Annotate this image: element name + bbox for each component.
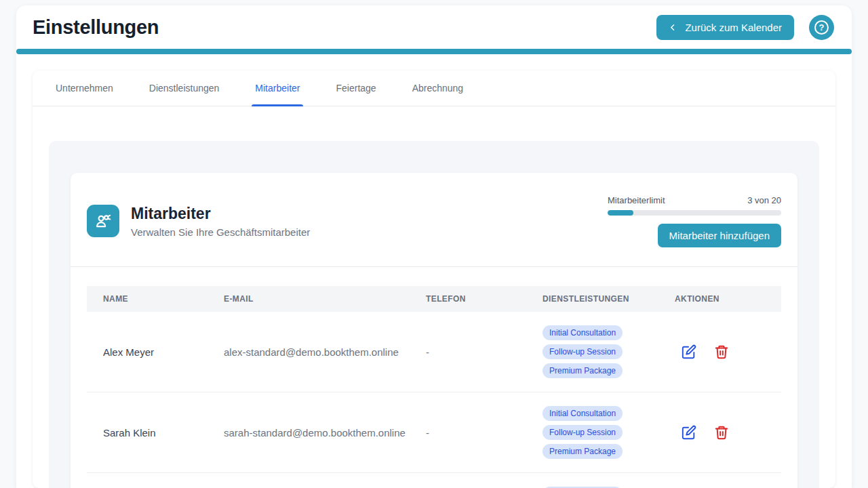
edit-icon [682, 425, 696, 440]
page-header: Einstellungen Zurück zum Kalender ? [16, 5, 852, 49]
chevron-left-icon [669, 23, 677, 32]
staff-card-title: Mitarbeiter [131, 205, 310, 223]
staff-phone: - [426, 392, 542, 473]
manage-staff-icon [87, 205, 119, 237]
service-badge: Initial Consultation [542, 406, 623, 421]
tab-unternehmen[interactable]: Unternehmen [52, 70, 117, 106]
staff-card-header: Mitarbeiter Verwalten Sie Ihre Geschäfts… [71, 173, 797, 266]
staff-card-title-group: Mitarbeiter Verwalten Sie Ihre Geschäfts… [87, 195, 310, 247]
staff-limit-progress [608, 210, 781, 216]
column-header-name: NAME [87, 286, 224, 312]
staff-limit-row: Mitarbeiterlimit 3 von 20 [608, 195, 781, 205]
staff-limit-value: 3 von 20 [747, 195, 781, 205]
staff-row-actions [675, 425, 776, 440]
service-badge: Initial Consultation [542, 325, 623, 340]
staff-limit-block: Mitarbeiterlimit 3 von 20 Mitarbeiter hi… [608, 195, 781, 247]
service-badge: Follow-up Session [542, 344, 623, 359]
edit-icon [682, 344, 696, 359]
staff-card-subtitle: Verwalten Sie Ihre Geschäftsmitarbeiter [131, 226, 310, 238]
service-badge: Premium Package [542, 444, 623, 459]
staff-panel-background: Mitarbeiter Verwalten Sie Ihre Geschäfts… [49, 141, 819, 488]
header-actions: Zurück zum Kalender ? [656, 15, 834, 40]
staff-services: Initial Consultation Follow-up Session P… [542, 406, 669, 459]
column-header-phone: TELEFON [426, 286, 542, 312]
settings-tab-bar: Unternehmen Dienstleistungen Mitarbeiter… [33, 70, 835, 106]
settings-section-card: Unternehmen Dienstleistungen Mitarbeiter… [33, 70, 835, 488]
delete-staff-button[interactable] [714, 344, 729, 359]
staff-table: NAME E-MAIL TELEFON DIENSTLEISTUNGEN AKT… [87, 286, 781, 488]
staff-table-row: Initial Consultation Follow-up Session P… [87, 473, 781, 488]
staff-services: Initial Consultation Follow-up Session P… [542, 325, 669, 378]
tab-feiertage[interactable]: Feiertage [332, 70, 379, 106]
staff-row-actions [675, 344, 776, 359]
tab-mitarbeiter[interactable]: Mitarbeiter [252, 70, 303, 106]
staff-table-row: Sarah Klein sarah-standard@demo.bookthem… [87, 392, 781, 473]
staff-card-heading: Mitarbeiter Verwalten Sie Ihre Geschäfts… [131, 205, 310, 238]
help-icon: ? [814, 20, 829, 35]
tab-abrechnung[interactable]: Abrechnung [409, 70, 467, 106]
tab-dienstleistungen[interactable]: Dienstleistungen [146, 70, 223, 106]
settings-page-card: Einstellungen Zurück zum Kalender ? Unte… [16, 5, 852, 488]
staff-phone: - [426, 312, 542, 392]
staff-email: sarah-standard@demo.bookthem.online [224, 392, 426, 473]
staff-table-header-row: NAME E-MAIL TELEFON DIENSTLEISTUNGEN AKT… [87, 286, 781, 312]
trash-icon [714, 344, 729, 359]
delete-staff-button[interactable] [714, 425, 729, 440]
staff-email [224, 473, 426, 488]
column-header-actions: AKTIONEN [675, 286, 781, 312]
service-badge: Premium Package [542, 363, 623, 378]
add-staff-button[interactable]: Mitarbeiter hinzufügen [658, 224, 781, 247]
page-title: Einstellungen [33, 16, 159, 39]
staff-limit-progress-fill [608, 210, 633, 216]
trash-icon [714, 425, 729, 440]
staff-table-wrap: NAME E-MAIL TELEFON DIENSTLEISTUNGEN AKT… [71, 267, 797, 488]
column-header-services: DIENSTLEISTUNGEN [542, 286, 675, 312]
staff-name: Alex Meyer [87, 312, 224, 392]
service-badge: Follow-up Session [542, 425, 623, 440]
back-to-calendar-label: Zurück zum Kalender [685, 22, 782, 33]
staff-card: Mitarbeiter Verwalten Sie Ihre Geschäfts… [71, 173, 797, 488]
column-header-email: E-MAIL [224, 286, 426, 312]
staff-name: Sarah Klein [87, 392, 224, 473]
accent-bar [16, 49, 852, 54]
back-to-calendar-button[interactable]: Zurück zum Kalender [656, 15, 794, 40]
edit-staff-button[interactable] [682, 344, 696, 359]
help-button[interactable]: ? [809, 15, 834, 40]
tab-panel-mitarbeiter: Mitarbeiter Verwalten Sie Ihre Geschäfts… [33, 106, 835, 488]
staff-name [87, 473, 224, 488]
staff-email: alex-standard@demo.bookthem.online [224, 312, 426, 392]
staff-phone [426, 473, 542, 488]
edit-staff-button[interactable] [682, 425, 696, 440]
staff-table-row: Alex Meyer alex-standard@demo.bookthem.o… [87, 312, 781, 392]
staff-limit-label: Mitarbeiterlimit [608, 195, 665, 205]
